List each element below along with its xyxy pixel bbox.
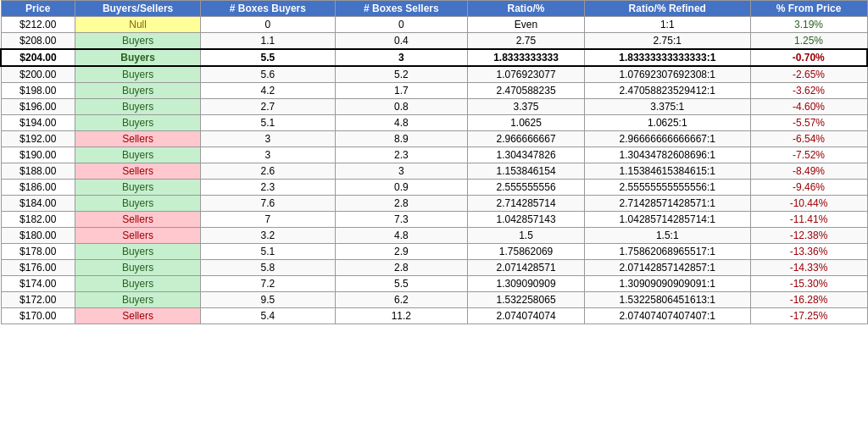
price-cell: $178.00	[1, 244, 75, 260]
ratio-cell: 1.0625	[468, 115, 585, 131]
ratio-cell: 3.375	[468, 99, 585, 115]
ratio-cell: 2.071428571	[468, 260, 585, 276]
box-sellers-cell: 1.7	[335, 83, 467, 99]
from-price-cell: -4.60%	[750, 99, 867, 115]
table-header: PriceBuyers/Sellers# Boxes Buyers# Boxes…	[1, 1, 867, 17]
buyers-sellers-cell: Sellers	[75, 163, 200, 180]
box-buyers-cell: 4.2	[201, 83, 335, 99]
box-buyers-cell: 3	[201, 147, 335, 163]
ratio-cell: 1.042857143	[468, 212, 585, 228]
box-buyers-cell: 2.3	[201, 180, 335, 196]
box-buyers-cell: 9.5	[201, 292, 335, 308]
box-sellers-cell: 7.3	[335, 212, 467, 228]
buyers-sellers-cell: Sellers	[75, 308, 200, 324]
ratio-refined-cell: 1.30909090909091:1	[585, 276, 750, 292]
box-sellers-cell: 3	[335, 49, 467, 66]
buyers-sellers-cell: Sellers	[75, 212, 200, 228]
table-row: $204.00Buyers5.531.83333333331.833333333…	[1, 49, 867, 66]
from-price-cell: 3.19%	[750, 17, 867, 33]
from-price-cell: -2.65%	[750, 66, 867, 83]
box-sellers-cell: 11.2	[335, 308, 467, 324]
buyers-sellers-cell: Buyers	[75, 292, 200, 308]
ratio-refined-cell: 1.30434782608696:1	[585, 147, 750, 163]
box-buyers-cell: 3	[201, 131, 335, 147]
table-row: $170.00Sellers5.411.22.0740740742.074074…	[1, 308, 867, 324]
ratio-refined-cell: 2.07407407407407:1	[585, 308, 750, 324]
price-cell: $184.00	[1, 196, 75, 212]
table-row: $190.00Buyers32.31.3043478261.3043478260…	[1, 147, 867, 163]
box-buyers-cell: 7.2	[201, 276, 335, 292]
box-sellers-cell: 4.8	[335, 228, 467, 244]
ratio-cell: 1.5	[468, 228, 585, 244]
table-row: $174.00Buyers7.25.51.3090909091.30909090…	[1, 276, 867, 292]
from-price-cell: -0.70%	[750, 49, 867, 66]
ratio-refined-cell: 1.15384615384615:1	[585, 163, 750, 180]
table-row: $212.00Null00Even1:13.19%	[1, 17, 867, 33]
price-cell: $212.00	[1, 17, 75, 33]
box-buyers-cell: 5.4	[201, 308, 335, 324]
buyers-sellers-cell: Buyers	[75, 260, 200, 276]
ratio-refined-cell: 2.71428571428571:1	[585, 196, 750, 212]
table-row: $192.00Sellers38.92.9666666672.966666666…	[1, 131, 867, 147]
table-row: $172.00Buyers9.56.21.5322580651.53225806…	[1, 292, 867, 308]
box-buyers-cell: 7	[201, 212, 335, 228]
table-row: $200.00Buyers5.65.21.0769230771.07692307…	[1, 66, 867, 83]
from-price-cell: 1.25%	[750, 33, 867, 50]
table-row: $208.00Buyers1.10.42.752.75:11.25%	[1, 33, 867, 50]
box-buyers-cell: 2.6	[201, 163, 335, 180]
price-cell: $192.00	[1, 131, 75, 147]
ratio-cell: 1.304347826	[468, 147, 585, 163]
ratio-cell: 2.074074074	[468, 308, 585, 324]
price-cell: $182.00	[1, 212, 75, 228]
price-cell: $176.00	[1, 260, 75, 276]
ratio-cell: 1.8333333333	[468, 49, 585, 66]
price-cell: $198.00	[1, 83, 75, 99]
box-sellers-cell: 0.8	[335, 99, 467, 115]
price-cell: $200.00	[1, 66, 75, 83]
ratio-cell: 2.555555556	[468, 180, 585, 196]
box-sellers-cell: 4.8	[335, 115, 467, 131]
buyers-sellers-cell: Buyers	[75, 276, 200, 292]
from-price-cell: -3.62%	[750, 83, 867, 99]
table-row: $198.00Buyers4.21.72.4705882352.47058823…	[1, 83, 867, 99]
ratio-cell: 1.75862069	[468, 244, 585, 260]
box-sellers-cell: 2.3	[335, 147, 467, 163]
column-header-buyers-sellers: Buyers/Sellers	[75, 1, 200, 17]
ratio-refined-cell: 1.04285714285714:1	[585, 212, 750, 228]
price-cell: $196.00	[1, 99, 75, 115]
box-sellers-cell: 3	[335, 163, 467, 180]
box-buyers-cell: 0	[201, 17, 335, 33]
ratio-cell: 2.470588235	[468, 83, 585, 99]
column-header-price: Price	[1, 1, 75, 17]
box-sellers-cell: 6.2	[335, 292, 467, 308]
ratio-cell: 1.076923077	[468, 66, 585, 83]
from-price-cell: -17.25%	[750, 308, 867, 324]
box-sellers-cell: 2.9	[335, 244, 467, 260]
price-cell: $190.00	[1, 147, 75, 163]
table-row: $176.00Buyers5.82.82.0714285712.07142857…	[1, 260, 867, 276]
buyers-sellers-cell: Buyers	[75, 66, 200, 83]
price-cell: $170.00	[1, 308, 75, 324]
table-row: $188.00Sellers2.631.1538461541.153846153…	[1, 163, 867, 180]
ratio-refined-cell: 1.75862068965517:1	[585, 244, 750, 260]
buyers-sellers-cell: Buyers	[75, 83, 200, 99]
table-row: $180.00Sellers3.24.81.51.5:1-12.38%	[1, 228, 867, 244]
column-header-ratio---refined: Ratio/% Refined	[585, 1, 750, 17]
table-row: $186.00Buyers2.30.92.5555555562.55555555…	[1, 180, 867, 196]
ratio-refined-cell: 1.83333333333333:1	[585, 49, 750, 66]
box-sellers-cell: 0.9	[335, 180, 467, 196]
buyers-sellers-cell: Buyers	[75, 115, 200, 131]
box-buyers-cell: 2.7	[201, 99, 335, 115]
price-cell: $208.00	[1, 33, 75, 50]
buyers-sellers-cell: Buyers	[75, 99, 200, 115]
ratio-cell: Even	[468, 17, 585, 33]
buyers-sellers-cell: Buyers	[75, 33, 200, 50]
from-price-cell: -15.30%	[750, 276, 867, 292]
column-header---boxes-buyers: # Boxes Buyers	[201, 1, 335, 17]
ratio-cell: 2.966666667	[468, 131, 585, 147]
price-table: PriceBuyers/Sellers# Boxes Buyers# Boxes…	[0, 0, 868, 324]
from-price-cell: -5.57%	[750, 115, 867, 131]
from-price-cell: -13.36%	[750, 244, 867, 260]
from-price-cell: -10.44%	[750, 196, 867, 212]
table-row: $178.00Buyers5.12.91.758620691.758620689…	[1, 244, 867, 260]
